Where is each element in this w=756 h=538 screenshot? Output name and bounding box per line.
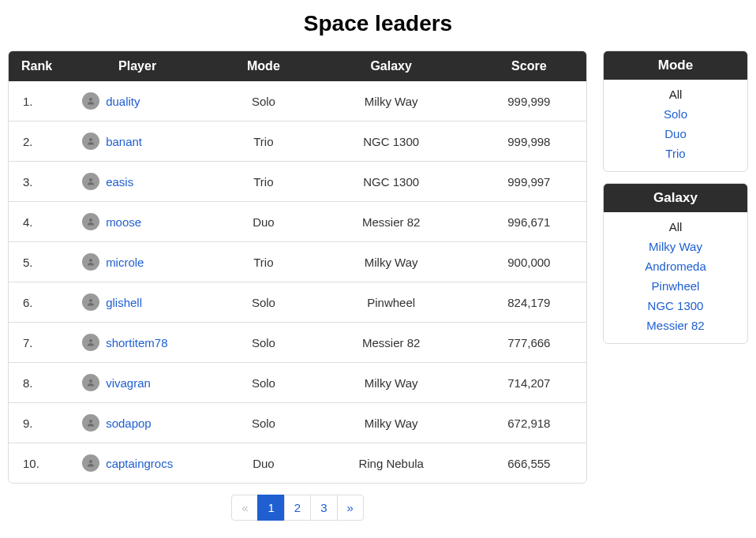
score-cell: 672,918 bbox=[472, 403, 586, 443]
mode-cell: Trio bbox=[216, 242, 311, 282]
mode-cell: Duo bbox=[216, 443, 311, 484]
rank-cell: 7. bbox=[9, 323, 58, 363]
avatar-icon bbox=[82, 92, 99, 110]
pager-next[interactable]: » bbox=[337, 495, 364, 521]
pager-page[interactable]: 2 bbox=[284, 495, 311, 521]
player-link[interactable]: duality bbox=[106, 95, 140, 108]
pager-page[interactable]: 3 bbox=[310, 495, 337, 521]
galaxy-cell: Milky Way bbox=[311, 363, 472, 403]
player-link[interactable]: microle bbox=[106, 256, 144, 269]
rank-cell: 10. bbox=[9, 443, 58, 484]
score-cell: 777,666 bbox=[472, 323, 586, 363]
col-player: Player bbox=[58, 51, 216, 81]
galaxy-cell: Ring Nebula bbox=[311, 443, 472, 484]
player-cell: shortitem78 bbox=[58, 323, 216, 363]
avatar-icon bbox=[82, 414, 99, 432]
filter-mode-panel: Mode AllSoloDuoTrio bbox=[603, 50, 748, 172]
score-cell: 824,179 bbox=[472, 282, 586, 323]
rank-cell: 6. bbox=[9, 282, 58, 323]
player-cell: microle bbox=[58, 242, 216, 282]
filter-galaxy-item[interactable]: All bbox=[604, 217, 747, 237]
col-galaxy: Galaxy bbox=[311, 51, 472, 81]
avatar-icon bbox=[82, 173, 99, 190]
svg-point-9 bbox=[89, 460, 92, 463]
filter-mode-item[interactable]: All bbox=[604, 84, 747, 104]
player-link[interactable]: vivagran bbox=[106, 376, 151, 390]
mode-cell: Solo bbox=[216, 323, 311, 363]
table-row: 10.captaingrocsDuoRing Nebula666,555 bbox=[9, 443, 586, 484]
galaxy-cell: Milky Way bbox=[311, 403, 472, 443]
table-row: 4.mooseDuoMessier 82996,671 bbox=[9, 202, 586, 242]
mode-cell: Trio bbox=[216, 162, 311, 202]
mode-cell: Solo bbox=[216, 81, 311, 121]
player-link[interactable]: easis bbox=[106, 175, 133, 189]
filter-galaxy-item[interactable]: Milky Way bbox=[604, 237, 747, 256]
table-row: 8.vivagranSoloMilky Way714,207 bbox=[9, 363, 586, 403]
table-row: 9.sodapopSoloMilky Way672,918 bbox=[9, 403, 586, 443]
score-cell: 714,207 bbox=[472, 363, 586, 403]
player-link[interactable]: captaingrocs bbox=[106, 457, 173, 470]
avatar-icon bbox=[82, 253, 99, 271]
table-row: 7.shortitem78SoloMessier 82777,666 bbox=[9, 323, 586, 363]
player-link[interactable]: sodapop bbox=[106, 417, 152, 430]
svg-point-5 bbox=[89, 299, 92, 302]
filter-galaxy-title: Galaxy bbox=[604, 184, 747, 212]
rank-cell: 8. bbox=[9, 363, 58, 403]
player-link[interactable]: moose bbox=[106, 215, 141, 229]
filter-galaxy-item[interactable]: Messier 82 bbox=[604, 316, 747, 335]
mode-cell: Solo bbox=[216, 282, 311, 323]
filter-mode-item[interactable]: Trio bbox=[604, 144, 747, 163]
filter-mode-item[interactable]: Solo bbox=[604, 104, 747, 124]
player-cell: sodapop bbox=[58, 403, 216, 443]
player-cell: vivagran bbox=[58, 363, 216, 403]
mode-cell: Solo bbox=[216, 403, 311, 443]
player-cell: captaingrocs bbox=[58, 443, 216, 484]
table-row: 1.dualitySoloMilky Way999,999 bbox=[9, 81, 586, 121]
table-row: 3.easisTrioNGC 1300999,997 bbox=[9, 162, 586, 202]
avatar-icon bbox=[82, 213, 99, 230]
filter-mode-item[interactable]: Duo bbox=[604, 124, 747, 144]
table-row: 5.microleTrioMilky Way900,000 bbox=[9, 242, 586, 282]
player-cell: glishell bbox=[58, 282, 216, 323]
table-row: 6.glishellSoloPinwheel824,179 bbox=[9, 282, 586, 323]
avatar-icon bbox=[82, 454, 99, 472]
filter-galaxy-item[interactable]: Andromeda bbox=[604, 256, 747, 276]
svg-point-2 bbox=[89, 178, 92, 181]
rank-cell: 2. bbox=[9, 121, 58, 162]
galaxy-cell: Pinwheel bbox=[311, 282, 472, 323]
galaxy-cell: NGC 1300 bbox=[311, 162, 472, 202]
svg-point-3 bbox=[89, 219, 92, 222]
rank-cell: 5. bbox=[9, 242, 58, 282]
mode-cell: Duo bbox=[216, 202, 311, 242]
svg-point-6 bbox=[89, 339, 92, 342]
score-cell: 999,998 bbox=[472, 121, 586, 162]
galaxy-cell: NGC 1300 bbox=[311, 121, 472, 162]
avatar-icon bbox=[82, 293, 99, 311]
galaxy-cell: Milky Way bbox=[311, 81, 472, 121]
filter-galaxy-item[interactable]: NGC 1300 bbox=[604, 296, 747, 316]
col-mode: Mode bbox=[216, 51, 311, 81]
filter-mode-title: Mode bbox=[604, 51, 747, 80]
svg-point-7 bbox=[89, 379, 92, 383]
avatar-icon bbox=[82, 334, 99, 351]
svg-point-4 bbox=[89, 259, 92, 262]
player-cell: duality bbox=[58, 81, 216, 121]
rank-cell: 3. bbox=[9, 162, 58, 202]
player-link[interactable]: banant bbox=[106, 135, 142, 148]
mode-cell: Trio bbox=[216, 121, 311, 162]
player-cell: moose bbox=[58, 202, 216, 242]
filter-galaxy-item[interactable]: Pinwheel bbox=[604, 276, 747, 296]
page-title: Space leaders bbox=[8, 11, 748, 36]
pager-prev[interactable]: « bbox=[231, 495, 258, 521]
col-rank: Rank bbox=[9, 51, 58, 81]
pager-page[interactable]: 1 bbox=[257, 495, 284, 521]
player-link[interactable]: glishell bbox=[106, 296, 142, 309]
score-cell: 900,000 bbox=[472, 242, 586, 282]
table-row: 2.banantTrioNGC 1300999,998 bbox=[9, 121, 586, 162]
player-cell: easis bbox=[58, 162, 216, 202]
score-cell: 999,999 bbox=[472, 81, 586, 121]
galaxy-cell: Messier 82 bbox=[311, 323, 472, 363]
player-link[interactable]: shortitem78 bbox=[106, 336, 167, 349]
avatar-icon bbox=[82, 133, 99, 150]
score-cell: 999,997 bbox=[472, 162, 586, 202]
